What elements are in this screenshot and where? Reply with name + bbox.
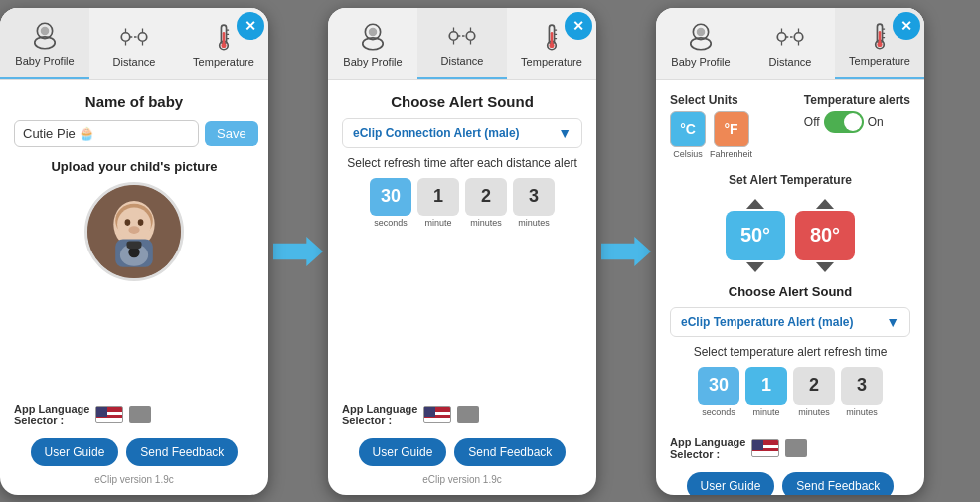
time-btn-3m-2[interactable]: 3 minutes (513, 178, 555, 228)
user-guide-button-3[interactable]: User Guide (687, 472, 775, 495)
send-feedback-button-2[interactable]: Send Feedback (454, 438, 566, 466)
temperature-icon-1 (207, 20, 241, 54)
dropdown-row-2[interactable]: eClip Connection Alert (male) ▼ (342, 118, 582, 148)
tab-label-temperature-2: Temperature (521, 56, 582, 68)
fahrenheit-label: Fahrenheit (710, 149, 752, 159)
tab-baby-profile-3[interactable]: Baby Profile (656, 8, 745, 79)
time-sub-2m-3: minutes (798, 407, 830, 417)
arrow-icon-2 (601, 232, 651, 271)
screen-content-1: Name of baby Save Upload your child's pi… (0, 80, 268, 495)
upload-label: Upload your child's picture (14, 159, 254, 174)
lang-box-3 (785, 439, 807, 457)
time-box-3m-3[interactable]: 3 (841, 367, 883, 405)
time-btn-3m-3[interactable]: 3 minutes (841, 367, 883, 417)
close-button-3[interactable]: ✕ (893, 12, 920, 40)
version-text-2: eClip version 1.9c (342, 474, 582, 485)
time-options-2: 30 seconds 1 minute 2 minutes 3 minutes (342, 178, 582, 228)
language-label-1: App LanguageSelector : (14, 403, 89, 426)
time-sub-1m-3: minute (752, 407, 779, 417)
version-text-1: eClip version 1.9c (14, 474, 254, 485)
arrow-1 (268, 222, 328, 281)
time-box-3m-2[interactable]: 3 (513, 178, 555, 216)
tab-bar-3: Baby Profile Distance (656, 8, 924, 80)
celsius-btn[interactable]: °C (670, 111, 706, 147)
temp-low-down-arrow[interactable] (746, 262, 764, 272)
dropdown-arrow-2: ▼ (558, 125, 572, 141)
tab-baby-profile-2[interactable]: Baby Profile (328, 8, 417, 79)
dropdown-text-3: eClip Temperature Alert (male) (681, 315, 880, 329)
svg-point-33 (466, 32, 475, 41)
bottom-btns-3: User Guide Send Feedback (670, 472, 910, 495)
temp-high-down-arrow[interactable] (816, 262, 834, 272)
time-sub-30s-3: seconds (702, 407, 735, 417)
refresh-label-3: Select temperature alert refresh time (670, 345, 910, 359)
tab-bar-1: Baby Profile Distance (0, 8, 268, 80)
fahrenheit-btn[interactable]: °F (714, 111, 749, 147)
tab-distance-1[interactable]: Distance (89, 8, 179, 79)
sound-title-3: Choose Alert Sound (670, 284, 910, 299)
toggle-row: Off On (804, 111, 910, 133)
close-button-1[interactable]: ✕ (237, 12, 264, 40)
temperature-icon-2 (535, 20, 569, 54)
toggle-switch[interactable] (824, 111, 864, 133)
screens-container: Baby Profile Distance (0, 0, 980, 502)
svg-point-51 (794, 33, 803, 42)
time-btn-2m-3[interactable]: 2 minutes (793, 367, 835, 417)
user-guide-button-2[interactable]: User Guide (359, 438, 447, 466)
units-section: Select Units °C Celsius °F Fahrenheit (670, 93, 752, 159)
time-btn-30s-2[interactable]: 30 seconds (370, 178, 411, 228)
units-alerts-row: Select Units °C Celsius °F Fahrenheit Te… (670, 93, 910, 159)
user-guide-button-1[interactable]: User Guide (31, 438, 119, 466)
distance-icon-1 (117, 20, 151, 54)
language-label-3: App LanguageSelector : (670, 436, 745, 460)
temp-low-up-arrow[interactable] (746, 199, 764, 209)
close-button-2[interactable]: ✕ (565, 12, 592, 40)
tab-label-distance-1: Distance (113, 56, 156, 68)
time-btn-30s-3[interactable]: 30 seconds (698, 367, 739, 417)
time-box-1m-2[interactable]: 1 (417, 178, 459, 216)
toggle-on-label: On (868, 115, 884, 129)
tab-baby-profile-1[interactable]: Baby Profile (0, 8, 89, 79)
tab-distance-3[interactable]: Distance (745, 8, 835, 79)
name-input[interactable] (14, 120, 199, 147)
time-box-30s-2[interactable]: 30 (370, 178, 411, 216)
tab-distance-2[interactable]: Distance (417, 8, 507, 79)
celsius-option[interactable]: °C Celsius (670, 111, 706, 159)
svg-point-32 (449, 32, 458, 41)
time-btn-2m-2[interactable]: 2 minutes (465, 178, 507, 228)
time-btn-1m-2[interactable]: 1 minute (417, 178, 459, 228)
time-sub-1m-2: minute (424, 218, 451, 228)
baby-profile-icon-2 (356, 20, 390, 54)
time-options-3: 30 seconds 1 minute 2 minutes 3 minutes (670, 367, 910, 417)
temp-high-container: 80° (795, 199, 855, 272)
tab-label-baby-profile-1: Baby Profile (15, 55, 74, 67)
refresh-label-2: Select refresh time after each distance … (342, 156, 582, 170)
send-feedback-button-3[interactable]: Send Feedback (782, 472, 894, 495)
time-box-2m-2[interactable]: 2 (465, 178, 507, 216)
lang-box-1 (129, 406, 151, 423)
bottom-btns-1: User Guide Send Feedback (14, 438, 254, 466)
save-button[interactable]: Save (205, 121, 258, 146)
time-sub-2m-2: minutes (470, 218, 502, 228)
name-title: Name of baby (14, 93, 254, 110)
bottom-btns-2: User Guide Send Feedback (342, 438, 582, 466)
time-box-1m-3[interactable]: 1 (745, 367, 787, 405)
fahrenheit-option[interactable]: °F Fahrenheit (710, 111, 752, 159)
arrow-icon-1 (273, 232, 323, 271)
distance-icon-2 (445, 19, 479, 53)
tab-label-baby-profile-2: Baby Profile (343, 56, 402, 68)
time-box-2m-3[interactable]: 2 (793, 367, 835, 405)
time-btn-1m-3[interactable]: 1 minute (745, 367, 787, 417)
send-feedback-button-1[interactable]: Send Feedback (126, 438, 238, 466)
svg-point-21 (125, 219, 131, 226)
arrow-2 (596, 222, 656, 281)
svg-point-13 (221, 43, 226, 48)
svg-point-2 (41, 27, 50, 36)
time-box-30s-3[interactable]: 30 (698, 367, 739, 405)
dropdown-row-3[interactable]: eClip Temperature Alert (male) ▼ (670, 307, 910, 337)
celsius-label: Celsius (673, 149, 703, 159)
tab-label-distance-3: Distance (769, 56, 812, 68)
temp-low-box: 50° (726, 211, 785, 260)
svg-point-3 (121, 33, 130, 42)
temp-high-up-arrow[interactable] (816, 199, 834, 209)
